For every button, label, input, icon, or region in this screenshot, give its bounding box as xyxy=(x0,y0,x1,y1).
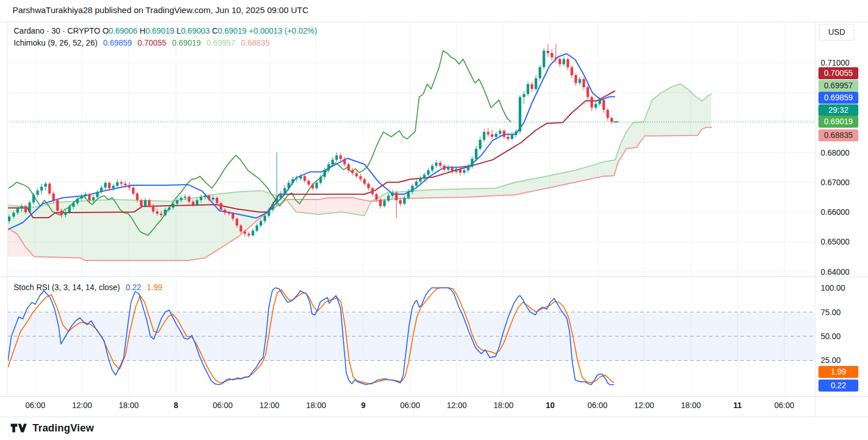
candle-body xyxy=(467,167,470,170)
stoch-rsi-value: 1.99 xyxy=(145,283,162,292)
candle-body xyxy=(439,163,442,166)
symbol-legend[interactable]: Cardano · 30 · CRYPTO O0.69006 H0.69019 … xyxy=(14,25,317,49)
candle-body xyxy=(68,207,71,212)
candle-body xyxy=(475,149,478,159)
candle-body xyxy=(304,176,306,181)
candle-body xyxy=(8,217,11,221)
candle-body xyxy=(411,186,414,192)
price-badge: 0.69957 xyxy=(818,80,858,92)
candle-body xyxy=(363,180,366,184)
candle-body xyxy=(327,164,330,170)
candle-body xyxy=(13,213,15,217)
candle-body xyxy=(495,134,498,137)
ohlc-value: 0.69019 xyxy=(218,26,247,35)
price-axis-label: 0.68000 xyxy=(821,147,850,158)
candle-body xyxy=(355,173,358,176)
candle-body xyxy=(200,197,203,200)
symbol-title[interactable]: Cardano · 30 · CRYPTO xyxy=(14,26,100,35)
candle-body xyxy=(240,226,243,232)
candle-body xyxy=(76,199,79,203)
ohlc-key: C xyxy=(210,26,218,35)
candle-body xyxy=(284,188,286,193)
candle-body xyxy=(583,79,586,87)
price-badge: 1.99 xyxy=(818,366,858,378)
time-axis-label: 18:00 xyxy=(306,401,326,410)
candle-body xyxy=(168,207,171,210)
ichimoku-indicator-label[interactable]: Ichimoku (9, 26, 52, 26) xyxy=(14,38,97,47)
candle-body xyxy=(499,131,502,134)
tradingview-published-chart: { "header": { "published_line": "Parshwa… xyxy=(0,0,868,440)
candle-body xyxy=(491,135,494,137)
time-axis-label: 18:00 xyxy=(118,401,138,410)
candle-body xyxy=(371,188,374,194)
candle-body xyxy=(507,137,510,139)
candle-body xyxy=(427,170,430,175)
candle-body xyxy=(108,183,111,188)
candle-body xyxy=(236,219,239,226)
candle-body xyxy=(176,200,179,203)
candle-body xyxy=(535,78,538,89)
candle-body xyxy=(471,159,474,167)
candle-body xyxy=(551,53,554,57)
candle-body xyxy=(335,156,338,160)
candle-body xyxy=(571,67,574,75)
candle-body xyxy=(563,59,566,64)
candle-body xyxy=(296,178,298,179)
candle-body xyxy=(136,194,139,201)
price-axis[interactable]: USD 0.710000.680000.670000.660000.650000… xyxy=(816,22,868,396)
candle-body xyxy=(184,197,187,198)
candle-body xyxy=(264,215,267,221)
candle-body xyxy=(523,94,526,97)
price-badge: 29:32 xyxy=(818,104,858,116)
candle-body xyxy=(140,200,143,206)
stoch-rsi-value: 0.22 xyxy=(126,283,141,292)
candle-body xyxy=(527,84,530,94)
candle-body xyxy=(148,200,151,205)
stoch-rsi-indicator-label[interactable]: Stoch RSI (3, 3, 14, 14, close) xyxy=(14,283,120,292)
candle-body xyxy=(331,160,334,164)
candle-body xyxy=(339,156,342,159)
tradingview-branding[interactable]: TradingView xyxy=(10,421,94,435)
candle-body xyxy=(459,169,462,173)
candle-body xyxy=(52,194,55,201)
candle-body xyxy=(579,79,582,83)
candle-body xyxy=(403,198,406,204)
candle-body xyxy=(164,210,167,215)
time-axis-label: 12:00 xyxy=(72,401,92,410)
candle-body xyxy=(483,132,486,140)
time-axis[interactable]: 06:0012:0018:00806:0012:0018:00906:0012:… xyxy=(0,396,816,417)
time-axis-label: 8 xyxy=(174,401,178,410)
candle-body xyxy=(391,193,394,195)
price-badge: 0.69019 xyxy=(818,116,858,128)
candle-body xyxy=(607,110,609,118)
candle-body xyxy=(216,198,219,203)
pane-left-border xyxy=(7,22,8,396)
candle-body xyxy=(272,204,275,210)
candle-body xyxy=(60,211,63,215)
price-badge: 0.22 xyxy=(818,380,858,392)
kijun-base-line xyxy=(8,91,615,218)
candle-body xyxy=(343,159,346,164)
candle-body xyxy=(280,194,282,198)
candle-body xyxy=(96,192,99,197)
candle-body xyxy=(447,168,450,170)
time-axis-label: 18:00 xyxy=(681,401,701,410)
candle-body xyxy=(415,182,418,186)
candle-body xyxy=(419,178,422,181)
candle-body xyxy=(116,182,119,186)
price-axis-label: 0.64000 xyxy=(821,266,850,278)
candle-body xyxy=(316,183,318,188)
candle-body xyxy=(543,51,546,67)
candle-body xyxy=(539,67,542,78)
ichimoku-plot-value: 0.69019 xyxy=(170,38,201,47)
time-axis-label: 06:00 xyxy=(25,401,45,410)
price-chart-canvas[interactable] xyxy=(0,22,816,396)
pane-divider[interactable] xyxy=(0,276,868,277)
currency-toggle-button[interactable]: USD xyxy=(819,24,854,40)
candle-body xyxy=(587,87,589,97)
ohlc-key: O xyxy=(103,26,109,35)
stoch-rsi-legend[interactable]: Stoch RSI (3, 3, 14, 14, close) 0.22 1.9… xyxy=(14,283,162,292)
candle-body xyxy=(144,200,147,206)
candle-body xyxy=(351,170,354,173)
candle-body xyxy=(320,177,322,183)
